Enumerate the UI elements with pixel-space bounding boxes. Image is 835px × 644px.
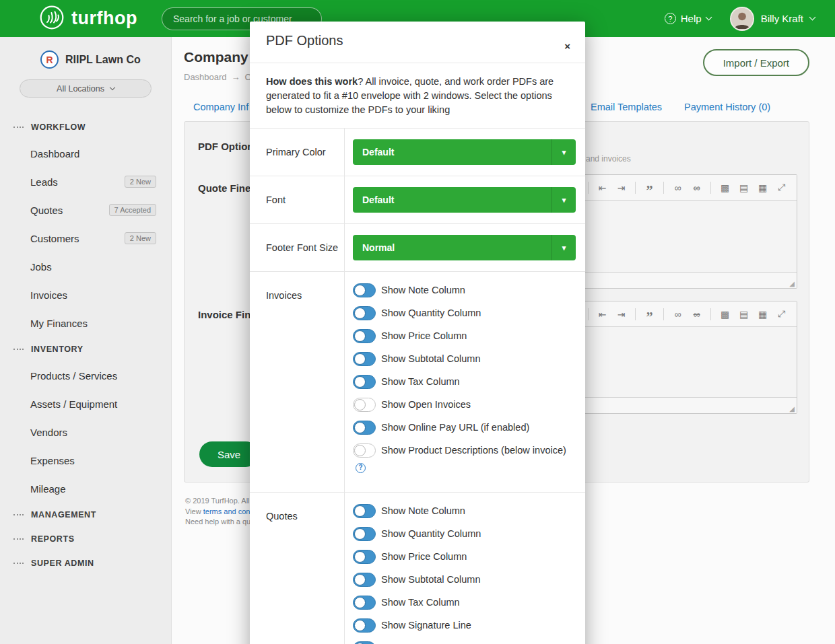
toggle-show-tax-column[interactable]: Show Tax Column — [353, 374, 576, 389]
nav-label: Mileage — [30, 483, 66, 495]
sidebar-section-reports[interactable]: REPORTS — [0, 527, 171, 551]
switch-knob — [354, 376, 366, 388]
toggle-switch[interactable] — [353, 573, 376, 587]
toolbar-separator — [588, 182, 589, 194]
location-label: All Locations — [57, 84, 104, 94]
switch-knob — [354, 620, 366, 631]
sidebar-section-workflow[interactable]: WORKFLOW — [0, 115, 171, 139]
toggle-switch[interactable] — [353, 618, 376, 633]
toggle-switch[interactable] — [353, 641, 376, 644]
sidebar-item-jobs[interactable]: Jobs — [0, 252, 171, 281]
footer-font-size-select[interactable]: Normal ▾ — [353, 235, 576, 260]
iframe-icon[interactable]: ▤ — [735, 180, 752, 196]
select-value: Default — [353, 147, 552, 157]
sidebar-section-inventory[interactable]: INVENTORY — [0, 337, 171, 361]
sidebar-item-mileage[interactable]: Mileage — [0, 474, 171, 503]
toggle-show-product-descriptions-invoice[interactable]: Show Product Descriptions (below invoice… — [353, 443, 576, 473]
sidebar-item-leads[interactable]: Leads 2 New — [0, 168, 171, 196]
toggle-switch[interactable] — [353, 352, 376, 366]
outdent-icon[interactable]: ⇤ — [594, 180, 611, 196]
terms-link[interactable]: terms and cond — [203, 507, 255, 515]
toggle-switch[interactable] — [353, 375, 376, 389]
toggle-show-signature-line[interactable]: Show Signature Line — [353, 618, 576, 633]
indent-icon[interactable]: ⇥ — [613, 180, 630, 196]
avatar — [730, 7, 754, 31]
resize-handle-icon[interactable]: ◢ — [789, 405, 795, 413]
sidebar-section-super-admin[interactable]: SUPER ADMIN — [0, 551, 171, 575]
row-label: Quotes — [250, 493, 344, 644]
maximize-icon[interactable]: ⤢ — [773, 306, 790, 322]
import-export-button[interactable]: Import / Export — [703, 49, 809, 76]
sidebar-item-dashboard[interactable]: Dashboard — [0, 139, 171, 168]
sidebar-item-customers[interactable]: Customers 2 New — [0, 224, 171, 252]
primary-color-select[interactable]: Default ▾ — [353, 139, 576, 165]
sidebar-section-management[interactable]: MANAGEMENT — [0, 503, 171, 527]
tab-company-info[interactable]: Company Inf — [193, 102, 248, 112]
toggle-show-subtotal-column[interactable]: Show Subtotal Column — [353, 351, 576, 366]
toggle-switch[interactable] — [353, 527, 376, 541]
location-selector[interactable]: All Locations — [20, 79, 152, 98]
toggle-show-tax-column[interactable]: Show Tax Column — [353, 595, 576, 610]
resize-handle-icon[interactable]: ◢ — [789, 280, 795, 287]
toggle-show-price-column[interactable]: Show Price Column — [353, 549, 576, 564]
sidebar-item-assets-equipment[interactable]: Assets / Equipment — [0, 390, 171, 418]
fineprint-hint: and invoices — [586, 154, 631, 164]
toggle-switch[interactable] — [353, 421, 376, 435]
toggle-switch[interactable] — [353, 283, 376, 297]
tab-payment-history[interactable]: Payment History (0) — [684, 102, 770, 112]
toggle-show-online-pay-url[interactable]: Show Online Pay URL (if enabled) — [353, 420, 576, 435]
nav-label: Jobs — [30, 261, 52, 273]
switch-knob — [354, 285, 366, 296]
toggle-show-open-invoices[interactable]: Show Open Invoices — [353, 397, 576, 412]
iframe-icon[interactable]: ▤ — [735, 306, 752, 322]
link-icon[interactable]: ∞ — [669, 306, 686, 322]
table-icon[interactable]: ▦ — [754, 306, 771, 322]
toggle-show-product-descriptions-quote[interactable]: Show Product Descriptions (below quote)? — [353, 641, 576, 644]
toggle-switch[interactable] — [353, 398, 376, 412]
toggle-switch[interactable] — [353, 550, 376, 564]
help-menu[interactable]: ? Help — [665, 13, 711, 24]
toggle-show-subtotal-column[interactable]: Show Subtotal Column — [353, 572, 576, 587]
row-invoices: Invoices Show Note Column Show Quantity … — [250, 272, 585, 493]
sidebar-item-quotes[interactable]: Quotes 7 Accepted — [0, 196, 171, 224]
toggle-switch[interactable] — [353, 596, 376, 610]
toggle-show-price-column[interactable]: Show Price Column — [353, 328, 576, 343]
toggle-switch[interactable] — [353, 443, 376, 458]
indent-icon[interactable]: ⇥ — [613, 306, 630, 322]
outdent-icon[interactable]: ⇤ — [594, 306, 611, 322]
unlink-icon[interactable]: ∞ — [688, 306, 705, 322]
table-icon[interactable]: ▦ — [754, 180, 771, 196]
image-icon[interactable]: ▩ — [716, 306, 733, 322]
maximize-icon[interactable]: ⤢ — [773, 180, 790, 196]
toggle-show-quantity-column[interactable]: Show Quantity Column — [353, 306, 576, 320]
sidebar-item-products-services[interactable]: Products / Services — [0, 361, 171, 390]
toolbar-separator — [663, 182, 664, 194]
sidebar-item-vendors[interactable]: Vendors — [0, 418, 171, 446]
link-icon[interactable]: ∞ — [669, 180, 686, 196]
brand[interactable]: turfhop — [39, 5, 137, 33]
image-icon[interactable]: ▩ — [716, 180, 733, 196]
sidebar-item-my-finances[interactable]: My Finances — [0, 309, 171, 337]
intro-bold: How does this work — [266, 76, 358, 87]
font-select[interactable]: Default ▾ — [353, 187, 576, 213]
sidebar-item-invoices[interactable]: Invoices — [0, 281, 171, 309]
blockquote-icon[interactable]: ” — [641, 180, 658, 196]
section-label: SUPER ADMIN — [31, 559, 94, 568]
toggle-show-note-column[interactable]: Show Note Column — [353, 503, 576, 518]
help-tooltip-icon[interactable]: ? — [356, 463, 366, 473]
tab-email-templates[interactable]: Email Templates — [591, 102, 662, 112]
user-menu[interactable]: Billy Kraft — [730, 7, 815, 31]
toggle-show-note-column[interactable]: Show Note Column — [353, 283, 576, 297]
help-label: Help — [681, 13, 702, 24]
toggle-switch[interactable] — [353, 504, 376, 518]
toggle-show-quantity-column[interactable]: Show Quantity Column — [353, 526, 576, 541]
toggle-label: Show Price Column — [381, 551, 467, 562]
blockquote-icon[interactable]: ” — [641, 306, 658, 322]
row-control: Default ▾ — [344, 176, 585, 223]
toggle-switch[interactable] — [353, 306, 376, 320]
sidebar-item-expenses[interactable]: Expenses — [0, 446, 171, 474]
close-icon[interactable]: × — [564, 40, 570, 52]
unlink-icon[interactable]: ∞ — [688, 180, 705, 196]
breadcrumb-dashboard[interactable]: Dashboard — [184, 72, 227, 82]
toggle-switch[interactable] — [353, 329, 376, 343]
